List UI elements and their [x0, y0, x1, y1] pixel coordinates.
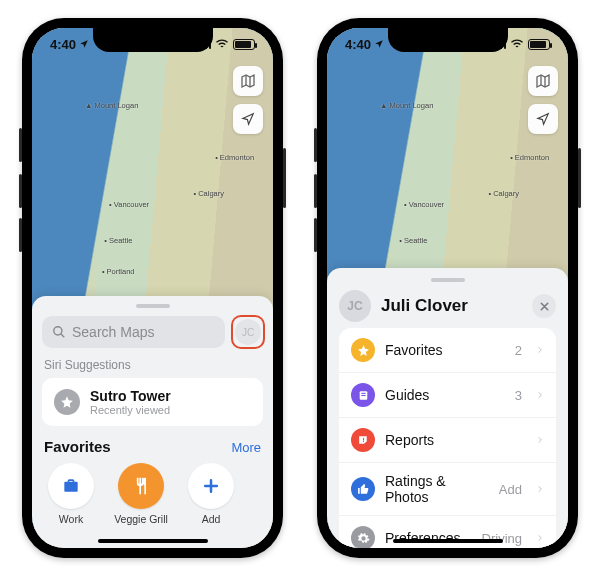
profile-menu: Favorites2Guides3ReportsRatings & Photos…: [339, 328, 556, 548]
avatar-initials: JC: [347, 299, 362, 313]
menu-label: Ratings & Photos: [385, 473, 489, 505]
locate-me-button[interactable]: [233, 104, 263, 134]
star-icon: [54, 389, 80, 415]
svg-rect-2: [361, 392, 365, 393]
chevron-right-icon: [536, 483, 544, 495]
locate-me-button[interactable]: [528, 104, 558, 134]
menu-row-guides[interactable]: Guides3: [339, 373, 556, 418]
profile-name: Juli Clover: [381, 296, 522, 316]
siri-suggestions-label: Siri Suggestions: [44, 358, 261, 372]
wifi-icon: [215, 39, 229, 49]
svg-rect-4: [362, 437, 363, 440]
favorite-item[interactable]: Add: [184, 463, 238, 525]
svg-rect-5: [362, 441, 363, 442]
chevron-right-icon: [536, 434, 544, 446]
map-label: • Seattle: [399, 236, 427, 245]
profile-button-highlight: JC: [233, 317, 263, 347]
menu-value: 2: [515, 343, 522, 358]
home-indicator[interactable]: [98, 539, 208, 543]
avatar: JC: [339, 290, 371, 322]
menu-label: Preferences: [385, 530, 472, 546]
favorite-item[interactable]: Veggie Grill: [114, 463, 168, 525]
notch: [388, 28, 508, 52]
svg-rect-3: [361, 394, 365, 395]
sheet-grabber[interactable]: [431, 278, 465, 282]
phone-right: 4:40 ▲ Mount Logan• Edmonton• Calgary• V…: [317, 18, 578, 558]
favorite-label: Add: [202, 513, 221, 525]
home-indicator[interactable]: [393, 539, 503, 543]
map-label: • Calgary: [193, 189, 224, 198]
menu-row-reports[interactable]: Reports: [339, 418, 556, 463]
map-label: ▲ Mount Logan: [85, 101, 138, 110]
wifi-icon: [510, 39, 524, 49]
gear-icon: [351, 526, 375, 548]
location-services-icon: [374, 39, 384, 49]
menu-row-preferences[interactable]: PreferencesDriving: [339, 516, 556, 548]
suggestion-title: Sutro Tower: [90, 388, 171, 404]
favorites-heading: Favorites: [44, 438, 111, 455]
menu-label: Guides: [385, 387, 505, 403]
map-label: • Edmonton: [215, 153, 254, 162]
chevron-right-icon: [536, 532, 544, 544]
battery-icon: [528, 39, 550, 50]
menu-value: 3: [515, 388, 522, 403]
search-input[interactable]: Search Maps: [42, 316, 225, 348]
thumb-icon: [351, 477, 375, 501]
svg-point-0: [54, 327, 62, 335]
search-placeholder: Search Maps: [72, 324, 154, 340]
menu-label: Reports: [385, 432, 512, 448]
map-label: • Vancouver: [404, 200, 444, 209]
fork-icon: [118, 463, 164, 509]
phone-left: 4:40 ▲ Mount Logan• Edmonton• Calgary• V…: [22, 18, 283, 558]
chevron-right-icon: [536, 389, 544, 401]
map-label: ▲ Mount Logan: [380, 101, 433, 110]
screen-right: 4:40 ▲ Mount Logan• Edmonton• Calgary• V…: [327, 28, 568, 548]
menu-label: Favorites: [385, 342, 505, 358]
menu-value: Add: [499, 482, 522, 497]
profile-button[interactable]: JC: [235, 319, 261, 345]
location-services-icon: [79, 39, 89, 49]
plus-icon: [188, 463, 234, 509]
briefcase-icon: [48, 463, 94, 509]
notch: [93, 28, 213, 52]
map-mode-button[interactable]: [233, 66, 263, 96]
menu-value: Driving: [482, 531, 522, 546]
chevron-right-icon: [536, 344, 544, 356]
siri-suggestion-card[interactable]: Sutro Tower Recently viewed: [42, 378, 263, 426]
profile-sheet: JC Juli Clover Favorites2Guides3ReportsR…: [327, 268, 568, 548]
status-time: 4:40: [50, 37, 76, 52]
close-button[interactable]: [532, 294, 556, 318]
suggestion-subtitle: Recently viewed: [90, 404, 171, 416]
map-label: • Seattle: [104, 236, 132, 245]
sheet-grabber[interactable]: [136, 304, 170, 308]
reports-icon: [351, 428, 375, 452]
guides-icon: [351, 383, 375, 407]
favorite-item[interactable]: Work: [44, 463, 98, 525]
screen-left: 4:40 ▲ Mount Logan• Edmonton• Calgary• V…: [32, 28, 273, 548]
map-label: • Vancouver: [109, 200, 149, 209]
favorite-label: Work: [59, 513, 83, 525]
favorite-label: Veggie Grill: [114, 513, 168, 525]
favorites-more-button[interactable]: More: [231, 440, 261, 455]
map-label: • Calgary: [488, 189, 519, 198]
map-label: • Edmonton: [510, 153, 549, 162]
search-icon: [52, 325, 66, 339]
star-icon: [351, 338, 375, 362]
search-sheet: Search Maps JC Siri Suggestions Sutro To…: [32, 296, 273, 548]
status-time: 4:40: [345, 37, 371, 52]
menu-row-favorites[interactable]: Favorites2: [339, 328, 556, 373]
battery-icon: [233, 39, 255, 50]
map-label: • Portland: [102, 267, 135, 276]
map-mode-button[interactable]: [528, 66, 558, 96]
menu-row-ratings-photos[interactable]: Ratings & PhotosAdd: [339, 463, 556, 516]
avatar-initials: JC: [242, 327, 254, 338]
